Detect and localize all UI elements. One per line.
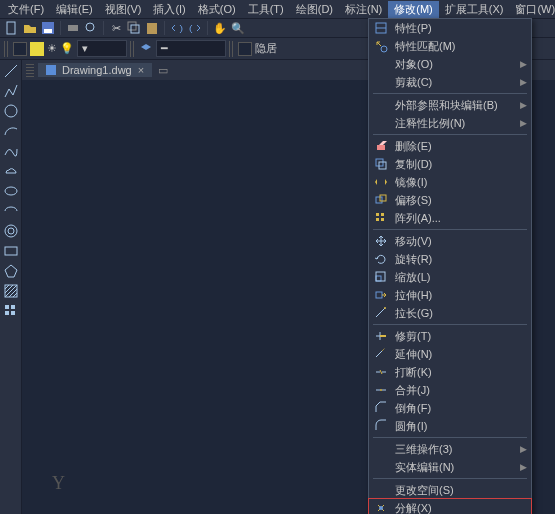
ring-icon[interactable] — [2, 222, 20, 240]
layer-combo[interactable]: ▾ — [77, 40, 127, 57]
line-icon[interactable] — [2, 62, 20, 80]
menu-item-join[interactable]: 合并(J) — [369, 381, 531, 399]
svg-line-36 — [376, 351, 382, 357]
bulb-icon[interactable]: 💡 — [60, 42, 74, 55]
open-icon[interactable] — [22, 20, 38, 36]
poly-icon[interactable] — [2, 262, 20, 280]
draw-toolbar — [0, 60, 22, 514]
ellipse-icon[interactable] — [2, 182, 20, 200]
menu-item-item[interactable]: 三维操作(3)▶ — [369, 440, 531, 458]
menu-item-lengthen[interactable]: 拉长(G) — [369, 304, 531, 322]
menu-item-item[interactable]: 实体编辑(N)▶ — [369, 458, 531, 476]
svg-point-11 — [5, 225, 17, 237]
svg-rect-13 — [5, 247, 17, 255]
checkbox[interactable] — [13, 42, 27, 56]
menu-item[interactable]: 绘图(D) — [290, 1, 339, 18]
menu-item-scale[interactable]: 缩放(L) — [369, 268, 531, 286]
menu-label: 更改空间(S) — [395, 483, 527, 498]
menu-item-item[interactable]: 剪裁(C)▶ — [369, 73, 531, 91]
menu-item-stretch[interactable]: 拉伸(H) — [369, 286, 531, 304]
menu-item[interactable]: 标注(N) — [339, 1, 388, 18]
checkbox[interactable] — [238, 42, 252, 56]
menu-item-offset[interactable]: 偏移(S) — [369, 191, 531, 209]
circle-icon[interactable] — [2, 102, 20, 120]
cloud-icon[interactable] — [2, 162, 20, 180]
hatch-icon[interactable] — [2, 282, 20, 300]
save-icon[interactable] — [40, 20, 56, 36]
join-icon — [373, 382, 389, 398]
svg-rect-33 — [376, 292, 382, 298]
grip-icon[interactable] — [4, 41, 10, 57]
menu-item-item[interactable]: 对象(O)▶ — [369, 55, 531, 73]
array-icon — [373, 210, 389, 226]
menu-label: 缩放(L) — [395, 270, 527, 285]
sun-icon[interactable]: ☀ — [47, 42, 57, 55]
grip-icon[interactable] — [130, 41, 136, 57]
linetype-combo[interactable]: ━ — [156, 40, 226, 57]
pline-icon[interactable] — [2, 82, 20, 100]
preview-icon[interactable] — [83, 20, 99, 36]
menu-label: 旋转(R) — [395, 252, 527, 267]
menu-item[interactable]: 视图(V) — [99, 1, 148, 18]
menu-item-copy[interactable]: 复制(D) — [369, 155, 531, 173]
undo-icon[interactable] — [169, 20, 185, 36]
svg-rect-29 — [376, 218, 379, 221]
blank-icon — [373, 482, 389, 498]
menu-item[interactable]: 格式(O) — [192, 1, 242, 18]
menu-item-item[interactable]: 更改空间(S) — [369, 481, 531, 499]
blank-icon — [373, 459, 389, 475]
menu-item-chamfer[interactable]: 倒角(F) — [369, 399, 531, 417]
svg-rect-7 — [147, 23, 157, 34]
menu-item-props[interactable]: 特性(P) — [369, 19, 531, 37]
doc-icon — [46, 65, 56, 75]
menu-item[interactable]: 插入(I) — [147, 1, 191, 18]
paste-icon[interactable] — [144, 20, 160, 36]
blank-icon[interactable] — [2, 322, 20, 340]
menu-item-move[interactable]: 移动(V) — [369, 232, 531, 250]
menu-item-erase[interactable]: 删除(E) — [369, 137, 531, 155]
menu-item[interactable]: 修改(M) — [388, 1, 439, 18]
arc-icon[interactable] — [2, 122, 20, 140]
tab-handle-icon[interactable] — [26, 63, 34, 77]
document-tab[interactable]: Drawing1.dwg × — [38, 63, 152, 77]
spline-icon[interactable] — [2, 142, 20, 160]
print-icon[interactable] — [65, 20, 81, 36]
menu-item-rotate[interactable]: 旋转(R) — [369, 250, 531, 268]
menu-item[interactable]: 窗口(W) — [509, 1, 555, 18]
layers-icon[interactable] — [139, 42, 153, 56]
fillet-icon — [373, 418, 389, 434]
menu-item-break[interactable]: 打断(K) — [369, 363, 531, 381]
close-icon[interactable]: × — [138, 64, 144, 76]
grid-icon[interactable] — [2, 302, 20, 320]
rect-icon[interactable] — [2, 242, 20, 260]
cut-icon[interactable]: ✂ — [108, 20, 124, 36]
menu-item-fillet[interactable]: 圆角(I) — [369, 417, 531, 435]
earc-icon[interactable] — [2, 202, 20, 220]
svg-rect-18 — [11, 311, 15, 315]
menu-item-match[interactable]: 特性匹配(M) — [369, 37, 531, 55]
menu-item[interactable]: 编辑(E) — [50, 1, 99, 18]
menu-item-array[interactable]: 阵列(A)... — [369, 209, 531, 227]
svg-point-21 — [381, 46, 387, 52]
menu-item[interactable]: 工具(T) — [242, 1, 290, 18]
menu-item-item[interactable]: 注释性比例(N)▶ — [369, 114, 531, 132]
modify-menu: 特性(P)特性匹配(M)对象(O)▶剪裁(C)▶外部参照和块编辑(B)▶注释性比… — [368, 18, 532, 514]
new-icon[interactable] — [4, 20, 20, 36]
grip-icon[interactable] — [229, 41, 235, 57]
menu-item-trim[interactable]: 修剪(T) — [369, 327, 531, 345]
menu-item-item[interactable]: 外部参照和块编辑(B)▶ — [369, 96, 531, 114]
menu-item-explode[interactable]: 分解(X) — [369, 499, 531, 514]
pan-icon[interactable]: ✋ — [212, 20, 228, 36]
svg-rect-3 — [68, 25, 78, 31]
color-swatch[interactable] — [30, 42, 44, 56]
menu-item[interactable]: 文件(F) — [2, 1, 50, 18]
zoom-icon[interactable]: 🔍 — [230, 20, 246, 36]
menu-item[interactable]: 扩展工具(X) — [439, 1, 510, 18]
menu-item-extend[interactable]: 延伸(N) — [369, 345, 531, 363]
redo-icon[interactable] — [187, 20, 203, 36]
new-tab-icon[interactable]: ▭ — [156, 63, 170, 77]
copy-icon[interactable] — [126, 20, 142, 36]
menu-item-mirror[interactable]: 镜像(I) — [369, 173, 531, 191]
move-icon — [373, 233, 389, 249]
stretch-icon — [373, 287, 389, 303]
